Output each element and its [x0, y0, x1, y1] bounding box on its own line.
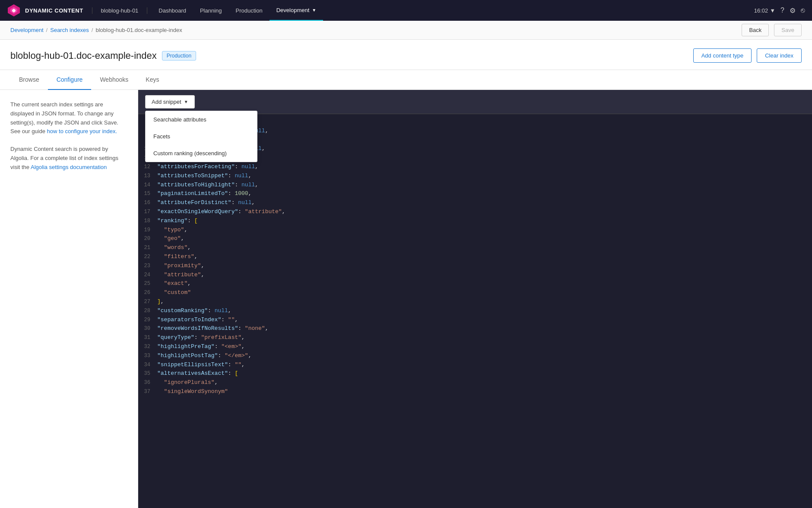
breadcrumb-development[interactable]: Development	[10, 27, 44, 33]
breadcrumb-search-indexes[interactable]: Search indexes	[50, 27, 89, 33]
page-title: bloblog-hub-01.doc-example-index	[10, 50, 157, 61]
nav-time: 16:02 ▼	[754, 7, 775, 14]
chevron-down-icon: ▼	[312, 8, 316, 13]
page-header: bloblog-hub-01.doc-example-index Product…	[0, 40, 812, 70]
content-area: The current search index settings are di…	[0, 90, 812, 508]
breadcrumb-bar: Development / Search indexes / bloblog-h…	[0, 21, 812, 40]
breadcrumb-sep-1: /	[46, 27, 48, 33]
code-line: 21 "words",	[138, 243, 812, 252]
code-line: 31 "queryType": "prefixLast",	[138, 333, 812, 342]
tab-configure[interactable]: Configure	[48, 70, 92, 90]
code-line: 36 "ignorePlurals",	[138, 378, 812, 387]
code-line: 15 "paginationLimitedTo": 1000,	[138, 189, 812, 198]
code-line: 13 "attributesToSnippet": null,	[138, 172, 812, 181]
info-text-1: The current search index settings are di…	[10, 100, 127, 136]
snippet-chevron-icon: ▼	[184, 99, 188, 104]
code-line: 18 "ranking": [	[138, 217, 812, 226]
snippet-toolbar: Add snippet ▼ Searchable attributes Face…	[138, 90, 812, 114]
info-text-2: Dynamic Content search is powered by Alg…	[10, 145, 127, 172]
nav-production[interactable]: Production	[229, 0, 270, 21]
snippet-facets[interactable]: Facets	[146, 128, 257, 145]
algolia-settings-link[interactable]: Algolia settings documentation	[31, 164, 107, 170]
code-editor[interactable]: 7 "attributesToIndex": null, 8 "numericA…	[138, 114, 812, 508]
back-button[interactable]: Back	[742, 24, 769, 36]
code-line: 14 "attributesToHighlight": null,	[138, 181, 812, 190]
snippet-dropdown-menu: Searchable attributes Facets Custom rank…	[145, 111, 257, 162]
top-navigation: DYNAMIC CONTENT bloblog-hub-01 Dashboard…	[0, 0, 812, 21]
add-snippet-button[interactable]: Add snippet ▼	[145, 95, 195, 109]
logo-area: DYNAMIC CONTENT	[7, 3, 83, 17]
tab-browse[interactable]: Browse	[10, 70, 48, 90]
code-line: 28 "customRanking": null,	[138, 307, 812, 316]
clear-index-button[interactable]: Clear index	[757, 48, 802, 63]
code-line: 34 "snippetEllipsisText": "",	[138, 361, 812, 370]
settings-icon[interactable]: ⚙	[790, 6, 796, 15]
code-line: 16 "attributeForDistinct": null,	[138, 198, 812, 208]
breadcrumb-sep-2: /	[92, 27, 93, 33]
breadcrumb-actions: Back Save	[742, 24, 802, 36]
help-icon[interactable]: ?	[780, 6, 784, 14]
code-line: 25 "exact",	[138, 279, 812, 288]
tab-keys[interactable]: Keys	[137, 70, 168, 90]
code-line: 33 "highlightPostTag": "</em>",	[138, 351, 812, 361]
nav-links: Dashboard Planning Production Developmen…	[152, 0, 754, 21]
snippet-searchable-attributes[interactable]: Searchable attributes	[146, 111, 257, 128]
save-button[interactable]: Save	[774, 24, 802, 36]
code-line: 27 ],	[138, 297, 812, 307]
code-line: 29 "separatorsToIndex": "",	[138, 316, 812, 325]
logo-icon	[7, 3, 21, 17]
code-line: 35 "alternativesAsExact": [	[138, 369, 812, 378]
tab-webhooks[interactable]: Webhooks	[91, 70, 137, 90]
app-title: DYNAMIC CONTENT	[25, 7, 83, 14]
code-line: 19 "typo",	[138, 226, 812, 235]
nav-planning[interactable]: Planning	[193, 0, 229, 21]
editor-area: Add snippet ▼ Searchable attributes Face…	[138, 90, 812, 508]
code-line: 24 "attribute",	[138, 271, 812, 280]
snippet-custom-ranking[interactable]: Custom ranking (descending)	[146, 145, 257, 162]
hub-name: bloblog-hub-01	[92, 7, 148, 14]
tabs-bar: Browse Configure Webhooks Keys	[0, 70, 812, 90]
nav-development[interactable]: Development ▼	[270, 0, 324, 21]
production-badge: Production	[162, 51, 196, 61]
code-line: 30 "removeWordsIfNoResults": "none",	[138, 324, 812, 333]
sidebar-info: The current search index settings are di…	[0, 90, 138, 508]
breadcrumb-current: bloblog-hub-01.doc-example-index	[95, 27, 182, 33]
clock-chevron-icon: ▼	[770, 7, 775, 14]
page-header-actions: Add content type Clear index	[693, 48, 802, 63]
code-line: 37 "singleWordSynonym"	[138, 387, 812, 396]
code-line: 32 "highlightPreTag": "<em>",	[138, 342, 812, 351]
nav-right: 16:02 ▼ ? ⚙ ⎋	[754, 6, 805, 15]
configure-index-link[interactable]: how to configure your index.	[47, 128, 117, 134]
logout-icon[interactable]: ⎋	[801, 6, 805, 14]
code-line: 23 "proximity",	[138, 262, 812, 271]
add-content-type-button[interactable]: Add content type	[693, 48, 752, 63]
code-line: 12 "attributesForFaceting": null,	[138, 163, 812, 172]
code-line: 26 "custom"	[138, 288, 812, 297]
code-line: 20 "geo",	[138, 234, 812, 243]
code-line: 17 "exactOnSingleWordQuery": "attribute"…	[138, 208, 812, 217]
nav-dashboard[interactable]: Dashboard	[152, 0, 193, 21]
page-title-area: bloblog-hub-01.doc-example-index Product…	[10, 50, 196, 61]
code-line: 22 "filters",	[138, 252, 812, 262]
breadcrumb: Development / Search indexes / bloblog-h…	[10, 27, 182, 33]
